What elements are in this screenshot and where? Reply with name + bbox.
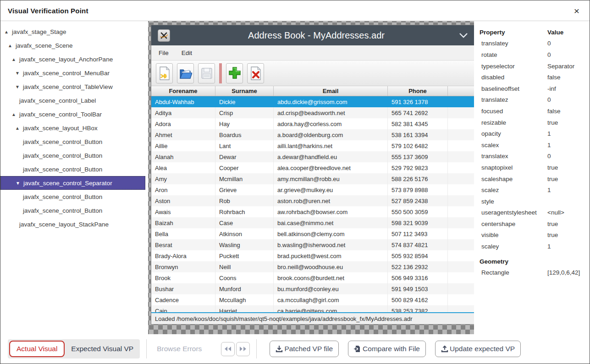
tree-item[interactable]: ▼javafx_scene_control_TableView: [0, 80, 148, 94]
property-row[interactable]: translatey0: [480, 38, 590, 50]
table-row[interactable]: AstonRobaston.rob@uren.net527 859 2438: [151, 195, 474, 206]
tree-item[interactable]: javafx_scene_control_Label: [0, 94, 148, 107]
column-header-surname[interactable]: Surname: [215, 86, 274, 96]
new-address-book-button[interactable]: [156, 63, 173, 83]
table-row[interactable]: Brady-AloraPuckettbrad.puckett@west.com5…: [151, 250, 474, 261]
column-header-phone[interactable]: Phone: [388, 86, 448, 96]
expand-arrow-icon[interactable]: ▼: [15, 84, 23, 89]
property-row[interactable]: centershapetrue: [480, 218, 590, 230]
collapse-arrow-icon[interactable]: ▲: [4, 29, 12, 34]
property-row[interactable]: scaleshapetrue: [480, 173, 590, 185]
property-row[interactable]: snaptopixeltrue: [480, 162, 590, 173]
table-row[interactable]: AdoraHayadora.hay@corless.com582 381 434…: [151, 118, 474, 129]
property-row[interactable]: scalex1: [480, 139, 590, 151]
table-row[interactable]: AleaCooperalea.cooper@breedlove.net529 7…: [151, 162, 474, 173]
chevron-down-icon[interactable]: [458, 33, 468, 38]
property-row[interactable]: typeselectorSeparator: [480, 61, 590, 72]
collapse-arrow-icon[interactable]: ▲: [11, 112, 19, 117]
property-name: scalez: [480, 187, 547, 193]
expand-arrow-icon[interactable]: ▼: [15, 71, 23, 76]
table-row[interactable]: CainHarrietca.harrie@gittens.com538 253 …: [151, 305, 474, 312]
delete-entry-button[interactable]: [247, 63, 264, 83]
table-cell: 565 741 2692: [388, 107, 448, 118]
compare-with-file-button[interactable]: Compare with File: [348, 341, 426, 357]
property-name: style: [480, 198, 547, 205]
table-row[interactable]: AronGrievear.grieve@mulkey.eu573 879 898…: [151, 184, 474, 195]
property-row[interactable]: scalez1: [480, 184, 590, 196]
table-row[interactable]: AdityaCrispad.crisp@beadsworth.net565 74…: [151, 107, 474, 118]
table-cell: 598 321 9039: [388, 217, 448, 228]
table-row[interactable]: AlanahDewara.dewar@handfield.eu555 137 3…: [151, 151, 474, 162]
visual-toggle-group: Actual Visual Expected Visual VP: [8, 339, 140, 358]
property-row[interactable]: disabledfalse: [480, 72, 590, 83]
menu-file[interactable]: File: [159, 50, 169, 56]
property-row[interactable]: focusedfalse: [480, 105, 590, 117]
save-address-book-button[interactable]: [198, 63, 215, 83]
tree-item[interactable]: ▼javafx_scene_control_Separator: [0, 176, 145, 190]
tree-item[interactable]: javafx_scene_control_Button: [0, 135, 148, 149]
update-expected-vp-button[interactable]: Update expected VP: [435, 341, 521, 357]
property-row[interactable]: rotate0: [480, 49, 590, 61]
previous-error-button[interactable]: [221, 342, 235, 356]
property-row[interactable]: resizabletrue: [480, 117, 590, 128]
actual-visual-button[interactable]: Actual Visual: [9, 341, 65, 357]
property-row[interactable]: baselineoffset-inf: [480, 83, 590, 94]
property-row[interactable]: style: [480, 196, 590, 207]
app-statusbar: Loaded /home/koos/doc/squish/master/qt5-…: [151, 312, 474, 324]
table-cell: amy.mcmillan@robb.eu: [274, 173, 388, 184]
tree-item[interactable]: javafx_scene_control_Button: [0, 149, 148, 162]
tree-item[interactable]: ▲javafx_scene_layout_HBox: [0, 121, 148, 135]
table-cell: Amy: [151, 173, 215, 184]
table-cell: Dewar: [215, 151, 274, 162]
table-row[interactable]: BronwynNeillbro.neill@woodhouse.eu522 13…: [151, 261, 474, 272]
property-row[interactable]: Rectangle[129,0,6,42]: [480, 267, 590, 278]
table-cell: 555 137 3609: [388, 151, 448, 162]
property-row[interactable]: opacity1: [480, 128, 590, 139]
table-cell: Crisp: [215, 107, 274, 118]
collapse-arrow-icon[interactable]: ▲: [15, 126, 23, 131]
menu-edit[interactable]: Edit: [182, 50, 192, 56]
column-header-email[interactable]: Email: [274, 86, 388, 96]
table-row[interactable]: BellaAtkinsonbell.atkinson@clemy.com507 …: [151, 228, 474, 239]
property-value: [129,0,6,42]: [547, 269, 590, 276]
next-error-button[interactable]: [236, 342, 250, 356]
property-row[interactable]: scaley1: [480, 241, 590, 252]
column-header-forename[interactable]: Forename: [151, 86, 215, 96]
table-row[interactable]: BesratWaslingb.wasling@isherwood.net574 …: [151, 239, 474, 250]
property-row[interactable]: translatez0: [480, 94, 590, 106]
table-row[interactable]: CadenceMccullaghca.mccullagh@girl.com500…: [151, 294, 474, 305]
tree-item[interactable]: ▼javafx_scene_control_MenuBar: [0, 66, 148, 80]
column-header-blank[interactable]: [448, 86, 474, 96]
tree-item[interactable]: ▲javafx_scene_layout_AnchorPane: [0, 52, 148, 66]
tree-item[interactable]: javafx_scene_control_Button: [0, 190, 148, 204]
table-cell: a.board@oldenburg.com: [274, 129, 388, 140]
table-row[interactable]: AmyMcmillanamy.mcmillan@robb.eu588 226 5…: [151, 173, 474, 184]
tree-item[interactable]: javafx_scene_control_Button: [0, 162, 148, 176]
table-row[interactable]: AwaisRohrbachaw.rohrbach@bowser.com550 5…: [151, 206, 474, 217]
table-row[interactable]: BaizahCasebai.case@nimmo.net598 321 9039: [151, 217, 474, 228]
property-value: false: [547, 108, 590, 115]
tree-item[interactable]: javafx_scene_control_Button: [0, 204, 148, 217]
add-entry-button[interactable]: [226, 63, 243, 83]
collapse-arrow-icon[interactable]: ▲: [11, 57, 19, 62]
tree-item[interactable]: ▲javafx_stage_Stage: [0, 25, 148, 39]
expand-arrow-icon[interactable]: ▼: [16, 181, 23, 186]
property-value: <null>: [547, 209, 590, 216]
tree-item[interactable]: ▲javafx_scene_Scene: [0, 39, 148, 52]
property-value: true: [547, 119, 590, 126]
table-row[interactable]: BrookCoonsbrook.coons@burdett.net506 949…: [151, 272, 474, 283]
patched-vp-file-button[interactable]: Patched VP file: [270, 341, 339, 357]
tree-item[interactable]: javafx_scene_layout_StackPane: [0, 217, 148, 231]
table-row[interactable]: BusharMunfordbu.munford@conley.eu591 949…: [151, 283, 474, 294]
collapse-arrow-icon[interactable]: ▲: [8, 43, 16, 48]
tree-item[interactable]: ▲javafx_scene_control_ToolBar: [0, 107, 148, 121]
property-row[interactable]: useragentstylesheet<null>: [480, 207, 590, 219]
expected-visual-vp-button[interactable]: Expected Visual VP: [65, 339, 140, 358]
close-icon[interactable]: ×: [571, 5, 582, 17]
property-row[interactable]: translatex0: [480, 151, 590, 162]
table-row[interactable]: Abdul-WahhabDickieabdu.dickie@grissom.co…: [151, 96, 474, 107]
table-row[interactable]: AillieLantailli.lant@harkins.net579 102 …: [151, 140, 474, 151]
property-row[interactable]: visibletrue: [480, 230, 590, 241]
table-row[interactable]: AhmetBoardusa.board@oldenburg.com538 161…: [151, 129, 474, 140]
open-address-book-button[interactable]: [177, 63, 194, 83]
